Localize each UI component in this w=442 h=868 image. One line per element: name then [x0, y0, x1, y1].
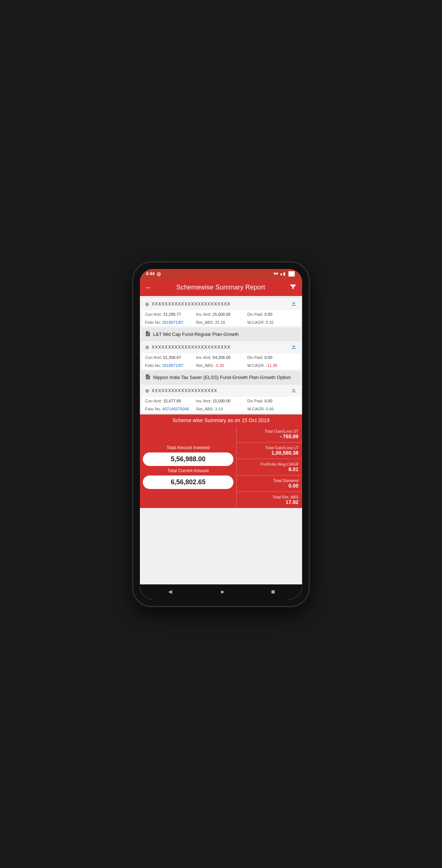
- app-header: ← Schemewise Summary Report: [140, 279, 302, 296]
- summary-header: Scheme wise Summary as on 15 Oct 2019: [140, 414, 302, 426]
- page-title: Schemewise Summary Report: [176, 284, 265, 291]
- fund-card-2: L&T Mid Cap Fund-Regular Plan-Growth ⊕ X…: [141, 328, 301, 369]
- battery-icon: ▐█▌: [287, 271, 296, 276]
- fund-doc-icon-3: [145, 374, 151, 381]
- portfolio-item: PortFolio Weg.CAGR 8.01: [237, 459, 302, 475]
- total-invested-label: Total Amount Invested: [167, 445, 210, 450]
- total-dividend-value: 0.00: [240, 483, 298, 489]
- total-invested-value: 5,56,988.00: [143, 452, 233, 466]
- total-ret-abs-label: Total Ret. ABS: [240, 495, 298, 499]
- nav-recent-button[interactable]: ■: [271, 588, 275, 596]
- total-current-label: Total Current Amount: [168, 468, 209, 473]
- data-row-1a: Curr Amt: 31,295.77 Inv. Amt: 25,000.00 …: [141, 310, 301, 318]
- time-display: 4:44: [146, 271, 155, 276]
- signal-circle-icon: ◎: [157, 271, 161, 277]
- total-current-value: 6,56,802.65: [143, 475, 233, 489]
- inv-amt-2: Inv. Amt: 54,206.00: [196, 355, 246, 360]
- inv-amt-3: Inv. Amt: 15,000.00: [196, 399, 246, 403]
- signal-bars-icon: ▲▮: [279, 272, 286, 276]
- data-row-3b: Folio No: 407146575046 Ret_ABS: 3.19 W.C…: [141, 405, 301, 413]
- div-paid-2: Div Paid: 0.00: [247, 355, 297, 360]
- download-button-3[interactable]: [290, 387, 297, 395]
- folio-1: Folio No: 2618971/87: [145, 320, 195, 325]
- data-row-2a: Curr Amt: 51,358.67 Inv. Amt: 54,206.00 …: [141, 353, 301, 361]
- curr-amt-2: Curr Amt: 51,358.67: [145, 355, 195, 360]
- folio-2: Folio No: 2618971/87: [145, 363, 195, 368]
- total-ret-abs-value: 17.92: [240, 499, 298, 505]
- fund-name-row-3: Nippon India Tax Saver (ELSS) Fund-Growt…: [141, 371, 301, 384]
- summary-right-panel: Total Gain/Loss ST - 765.89 Total Gain/L…: [236, 426, 302, 508]
- account-icon-2: ⊕: [145, 344, 149, 350]
- content-area: ⊕ XXXXXXXXXXXXXXXXXXXXXXXX Curr Amt: 31,…: [140, 296, 302, 584]
- total-dividend-label: Total Dividend: [240, 478, 298, 483]
- download-button-2[interactable]: [290, 343, 297, 351]
- account-icon-1: ⊕: [145, 301, 149, 307]
- account-id-2: XXXXXXXXXXXXXXXXXXXXXXXX: [152, 345, 230, 350]
- div-paid-3: Div Paid: 0.00: [247, 399, 297, 403]
- fund-name-3: Nippon India Tax Saver (ELSS) Fund-Growt…: [153, 375, 291, 380]
- total-ret-abs-item: Total Ret. ABS 17.92: [237, 492, 302, 508]
- curr-amt-1: Curr Amt: 31,295.77: [145, 312, 195, 317]
- account-row-3: ⊕ XXXXXXXXXXXXXXXXXXXX: [141, 384, 301, 397]
- wcagr-2: W.CAGR: -11.39: [247, 363, 297, 368]
- portfolio-value: 8.01: [240, 466, 298, 472]
- gain-loss-st-label: Total Gain/Loss ST: [240, 429, 298, 433]
- curr-amt-3: Curr Amt: 15,477.89: [145, 399, 195, 403]
- summary-left-panel: Total Amount Invested 5,56,988.00 Total …: [140, 426, 236, 508]
- fund-name-2: L&T Mid Cap Fund-Regular Plan-Growth: [153, 331, 239, 337]
- summary-body: Total Amount Invested 5,56,988.00 Total …: [140, 426, 302, 508]
- status-bar: 4:44 ◎ ▾▾ ▲▮ ▐█▌: [140, 269, 302, 279]
- wcagr-3: W.CAGR: 0.66: [247, 407, 297, 411]
- gain-loss-lt-label: Total Gain/Loss LT: [240, 446, 298, 450]
- inv-amt-1: Inv. Amt: 25,000.00: [196, 312, 246, 317]
- portfolio-label: PortFolio Weg.CAGR: [240, 462, 298, 466]
- data-row-3a: Curr Amt: 15,477.89 Inv. Amt: 15,000.00 …: [141, 397, 301, 405]
- data-row-1b: Folio No: 2618971/87 Ret_ABS: 25.18 W.CA…: [141, 318, 301, 326]
- back-button[interactable]: ←: [145, 283, 152, 292]
- fund-doc-icon-2: [145, 331, 151, 338]
- download-button-1[interactable]: [290, 300, 297, 308]
- gain-loss-lt-value: 1,00,580.38: [240, 450, 298, 456]
- fund-name-row-2: L&T Mid Cap Fund-Regular Plan-Growth: [141, 328, 301, 341]
- account-icon-3: ⊕: [145, 388, 149, 394]
- filter-button[interactable]: [289, 283, 297, 292]
- fund-card-1: ⊕ XXXXXXXXXXXXXXXXXXXXXXXX Curr Amt: 31,…: [141, 297, 301, 326]
- account-row-1: ⊕ XXXXXXXXXXXXXXXXXXXXXXXX: [141, 297, 301, 310]
- ret-abs-3: Ret_ABS: 3.19: [196, 407, 246, 411]
- ret-abs-1: Ret_ABS: 25.18: [196, 320, 246, 325]
- account-id-3: XXXXXXXXXXXXXXXXXXXX: [152, 388, 217, 393]
- bottom-nav: ◄ ● ■: [140, 584, 302, 599]
- gain-loss-lt-item: Total Gain/Loss LT 1,00,580.38: [237, 443, 302, 459]
- nav-home-button[interactable]: ●: [220, 588, 224, 596]
- folio-3: Folio No: 407146575046: [145, 407, 195, 411]
- wcagr-1: W.CAGR: 8.32: [247, 320, 297, 325]
- div-paid-1: Div Paid: 0.00: [247, 312, 297, 317]
- data-row-2b: Folio No: 2618971/87 Ret_ABS: -5.25 W.CA…: [141, 361, 301, 369]
- wifi-icon: ▾▾: [274, 271, 278, 276]
- fund-card-3: Nippon India Tax Saver (ELSS) Fund-Growt…: [141, 371, 301, 413]
- nav-back-button[interactable]: ◄: [167, 588, 174, 596]
- account-row-2: ⊕ XXXXXXXXXXXXXXXXXXXXXXXX: [141, 341, 301, 353]
- ret-abs-2: Ret_ABS: -5.25: [196, 363, 246, 368]
- total-dividend-item: Total Dividend 0.00: [237, 475, 302, 492]
- gain-loss-st-value: - 765.89: [240, 433, 298, 439]
- gain-loss-st-item: Total Gain/Loss ST - 765.89: [237, 426, 302, 443]
- account-id-1: XXXXXXXXXXXXXXXXXXXXXXXX: [152, 302, 230, 307]
